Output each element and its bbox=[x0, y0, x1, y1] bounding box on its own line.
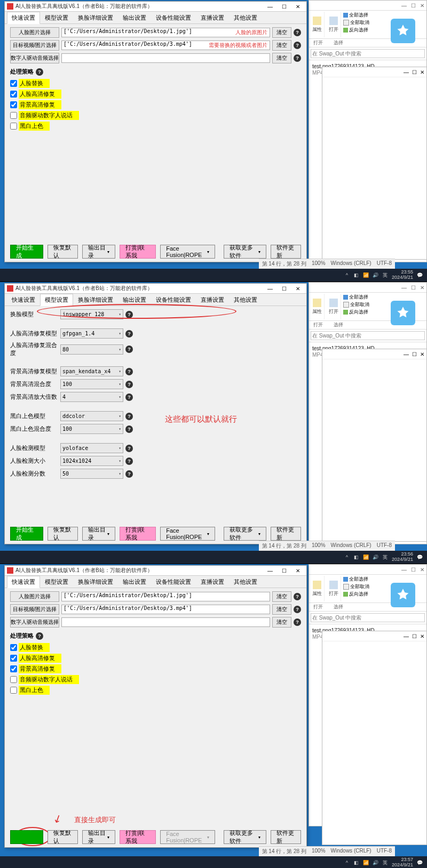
tab-other[interactable]: 其他设置 bbox=[229, 294, 262, 306]
tray-icon[interactable]: ◧ bbox=[353, 272, 360, 278]
chk-bg-hd[interactable] bbox=[10, 665, 17, 672]
close-button[interactable]: ✕ bbox=[291, 3, 304, 10]
target-select-button[interactable]: 目标视频/图片选择 bbox=[10, 40, 59, 51]
chk-face-swap[interactable] bbox=[10, 80, 17, 87]
maximize-icon[interactable]: ☐ bbox=[412, 69, 417, 75]
tab-device[interactable]: 设备性能设置 bbox=[151, 576, 196, 588]
target-path[interactable]: ['C:/Users/Administrator/Desktop/3.mp4']… bbox=[61, 41, 270, 50]
tab-model[interactable]: 模型设置 bbox=[40, 294, 73, 306]
start-button[interactable]: 开始生成 bbox=[10, 245, 43, 259]
reset-button[interactable]: 恢复默认 bbox=[48, 527, 78, 541]
minimize-button[interactable]: — bbox=[264, 3, 276, 10]
update-button[interactable]: 软件更新 bbox=[271, 527, 301, 541]
colorize-model-select[interactable]: ddcolor bbox=[60, 411, 123, 421]
tab-swap-detail[interactable]: 换脸详细设置 bbox=[73, 294, 118, 306]
clear-button[interactable]: 清空 bbox=[272, 40, 291, 51]
ribbon-select-invert[interactable]: 反向选择 bbox=[343, 27, 369, 34]
detect-score-select[interactable]: 50 bbox=[60, 469, 123, 479]
ribbon-open[interactable]: 打开 bbox=[327, 12, 341, 37]
donate-button[interactable]: 打赏|联系我 bbox=[120, 830, 156, 844]
face-image-path[interactable]: ['C:/Users/Administrator/Desktop/1.jpg'] bbox=[61, 592, 270, 601]
tab-swap-detail[interactable]: 换脸详细设置 bbox=[73, 576, 118, 588]
minimize-icon[interactable]: — bbox=[404, 69, 409, 75]
more-software-button[interactable]: 获取更多软件 bbox=[224, 830, 266, 844]
audio-path[interactable] bbox=[61, 53, 270, 63]
tray-notification-icon[interactable]: 💬 bbox=[416, 272, 423, 278]
detect-size-select[interactable]: 1024x1024 bbox=[60, 456, 123, 466]
swap-model-select[interactable]: inswapper_128 bbox=[60, 309, 123, 319]
chk-colorize[interactable] bbox=[10, 687, 17, 694]
tab-live[interactable]: 直播设置 bbox=[196, 294, 229, 306]
help-icon[interactable]: ? bbox=[294, 54, 301, 62]
audio-select-button[interactable]: 数字人驱动音频选择 bbox=[10, 53, 59, 63]
chk-bg-hd[interactable] bbox=[10, 101, 17, 108]
chk-face-hd[interactable] bbox=[10, 655, 17, 662]
chk-colorize[interactable] bbox=[10, 123, 17, 130]
tab-quick[interactable]: 快速设置 bbox=[7, 12, 40, 24]
search-input[interactable] bbox=[311, 331, 425, 340]
tab-live[interactable]: 直播设置 bbox=[196, 12, 229, 24]
desktop-app-icon[interactable] bbox=[391, 583, 415, 607]
ribbon-select-all[interactable]: 全部选择 bbox=[343, 12, 369, 19]
tray-ime[interactable]: 英 bbox=[382, 272, 389, 278]
tray-volume-icon[interactable]: 🔊 bbox=[373, 272, 379, 278]
desktop-app-icon[interactable] bbox=[391, 301, 415, 325]
facefusion-button[interactable]: Face Fusion|ROPE bbox=[160, 830, 215, 844]
output-dir-button[interactable]: 输出目录 bbox=[82, 245, 116, 259]
tray-wifi-icon[interactable]: 📶 bbox=[363, 272, 369, 278]
search-input[interactable] bbox=[311, 49, 425, 58]
face-image-select-button[interactable]: 人脸图片选择 bbox=[10, 591, 59, 602]
tab-model[interactable]: 模型设置 bbox=[40, 12, 73, 24]
help-icon[interactable]: ? bbox=[294, 29, 301, 36]
help-icon[interactable]: ? bbox=[294, 42, 301, 49]
reset-button[interactable]: 恢复默认 bbox=[48, 830, 78, 844]
tab-other[interactable]: 其他设置 bbox=[229, 12, 262, 24]
clear-button[interactable]: 清空 bbox=[272, 591, 291, 602]
update-button[interactable]: 软件更新 bbox=[271, 245, 301, 259]
tray-up-icon[interactable]: ^ bbox=[344, 272, 350, 278]
output-dir-button[interactable]: 输出目录 bbox=[82, 527, 116, 541]
start-button[interactable]: 开始生成 bbox=[10, 830, 43, 844]
tab-model[interactable]: 模型设置 bbox=[40, 576, 73, 588]
face-image-path[interactable]: ['C:/Users/Administrator/Desktop/1.jpg']… bbox=[61, 28, 270, 37]
tab-swap-detail[interactable]: 换脸详细设置 bbox=[73, 12, 118, 24]
close-icon[interactable]: ✕ bbox=[420, 69, 424, 75]
tab-quick[interactable]: 快速设置 bbox=[7, 576, 40, 588]
facefusion-button[interactable]: Face Fusion|ROPE bbox=[160, 245, 215, 259]
maximize-icon[interactable]: ☐ bbox=[411, 3, 416, 9]
tab-device[interactable]: 设备性能设置 bbox=[151, 12, 196, 24]
audio-select-button[interactable]: 数字人驱动音频选择 bbox=[10, 617, 59, 628]
chk-face-hd[interactable] bbox=[10, 91, 17, 98]
facefusion-button[interactable]: Face Fusion|ROPE bbox=[160, 527, 215, 541]
tab-device[interactable]: 设备性能设置 bbox=[151, 294, 196, 306]
chk-face-swap[interactable] bbox=[10, 644, 17, 651]
search-input[interactable] bbox=[311, 613, 425, 622]
update-button[interactable]: 软件更新 bbox=[271, 830, 301, 844]
clear-button[interactable]: 清空 bbox=[272, 53, 291, 63]
tab-live[interactable]: 直播设置 bbox=[196, 576, 229, 588]
ribbon-select-none[interactable]: 全部取消 bbox=[343, 19, 369, 26]
output-dir-button[interactable]: 输出目录 bbox=[82, 830, 116, 844]
donate-button[interactable]: 打赏|联系我 bbox=[120, 245, 156, 259]
detect-model-select[interactable]: yoloface bbox=[60, 443, 123, 453]
face-hd-model-select[interactable]: gfpgan_1.4 bbox=[60, 328, 123, 339]
clear-button[interactable]: 清空 bbox=[272, 604, 291, 615]
chk-audio-drive[interactable] bbox=[10, 676, 17, 683]
audio-path[interactable] bbox=[61, 617, 270, 627]
desktop-app-icon[interactable] bbox=[391, 19, 415, 43]
more-software-button[interactable]: 获取更多软件 bbox=[224, 245, 266, 259]
clear-button[interactable]: 清空 bbox=[272, 27, 291, 38]
tab-output[interactable]: 输出设置 bbox=[118, 294, 151, 306]
close-icon[interactable]: ✕ bbox=[420, 3, 424, 9]
minimize-icon[interactable]: — bbox=[401, 3, 407, 9]
help-icon[interactable]: ? bbox=[36, 68, 43, 76]
taskbar-clock[interactable]: 23:552024/9/21 bbox=[392, 270, 413, 280]
start-button[interactable]: 开始生成 bbox=[10, 527, 43, 541]
face-image-select-button[interactable]: 人脸图片选择 bbox=[10, 27, 59, 38]
bg-hd-model-select[interactable]: span_kendata_x4 bbox=[60, 366, 123, 376]
target-select-button[interactable]: 目标视频/图片选择 bbox=[10, 604, 59, 615]
bg-hd-mix-select[interactable]: 100 bbox=[60, 379, 123, 389]
tab-quick[interactable]: 快速设置 bbox=[7, 294, 40, 306]
colorize-mix-select[interactable]: 100 bbox=[60, 424, 123, 434]
donate-button[interactable]: 打赏|联系我 bbox=[120, 527, 156, 541]
